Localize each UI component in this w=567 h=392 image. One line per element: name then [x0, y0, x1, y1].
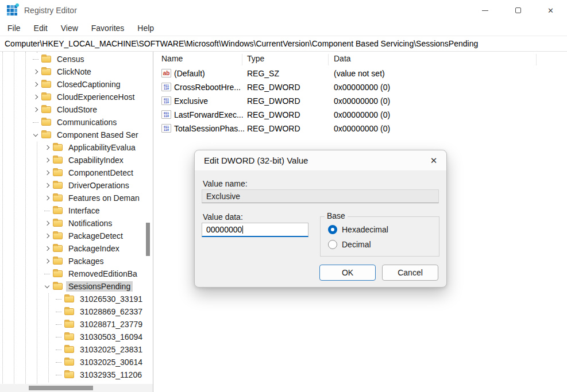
column-header-name[interactable]: Name: [161, 54, 183, 63]
folder-icon: [64, 321, 74, 328]
tree-item-label: Features on Deman: [66, 193, 142, 203]
tree-item-label: RemovedEditionBa: [66, 269, 140, 279]
column-divider[interactable]: [328, 54, 329, 65]
tree-connector: [53, 368, 64, 381]
tree-item-clicknote[interactable]: ClickNote: [0, 65, 153, 78]
menu-item-help[interactable]: Help: [136, 22, 156, 34]
chevron-right-icon[interactable]: [30, 91, 41, 103]
ok-button[interactable]: OK: [319, 265, 376, 281]
tree-item-label: 31032025_23831: [78, 344, 145, 355]
tree-item-features-on-deman[interactable]: Features on Deman: [0, 192, 153, 204]
chevron-right-icon[interactable]: [41, 166, 53, 179]
column-divider[interactable]: [536, 54, 537, 65]
menu-item-favorites[interactable]: Favorites: [90, 22, 126, 34]
menu-item-edit[interactable]: Edit: [32, 22, 49, 34]
registry-editor-window: Registry Editor ✕ FileEditViewFavoritesH…: [0, 0, 567, 392]
tree-item-31032935-11206[interactable]: 31032935_11206: [0, 368, 153, 381]
tree-horizontal-scrollbar-thumb[interactable]: [29, 386, 93, 390]
window-controls: ✕: [469, 0, 567, 21]
tree-item-driveroperations[interactable]: DriverOperations: [0, 179, 153, 192]
tree-item-cloudstore[interactable]: CloudStore: [0, 103, 153, 116]
menu-item-view[interactable]: View: [59, 22, 80, 34]
value-data: 0x00000000 (0): [334, 124, 390, 133]
chevron-right-icon[interactable]: [41, 179, 53, 192]
radio-hexadecimal[interactable]: Hexadecimal: [328, 225, 388, 234]
tree-item-componentdetect[interactable]: ComponentDetect: [0, 166, 153, 179]
tree-item-applicabilityevalua[interactable]: ApplicabilityEvalua: [0, 141, 153, 154]
tree-item-label: PackageIndex: [66, 243, 122, 254]
tree-item-31032025-23831[interactable]: 31032025_23831: [0, 343, 153, 356]
maximize-button[interactable]: [502, 0, 534, 21]
close-button[interactable]: ✕: [534, 0, 567, 21]
tree-item-removededitionba[interactable]: RemovedEditionBa: [0, 267, 153, 280]
chevron-right-icon[interactable]: [30, 103, 41, 116]
radio-decimal[interactable]: Decimal: [328, 240, 371, 249]
tree-item-31032025-30614[interactable]: 31032025_30614: [0, 356, 153, 368]
chevron-right-icon[interactable]: [41, 230, 53, 242]
radio-unselected-icon[interactable]: [328, 240, 337, 249]
chevron-right-icon[interactable]: [41, 154, 53, 166]
chevron-right-icon[interactable]: [41, 255, 53, 267]
tree-item-label: Component Based Ser: [55, 130, 141, 140]
tree-item-31026530-33191[interactable]: 31026530_33191: [0, 293, 153, 305]
folder-icon: [64, 359, 74, 366]
folder-icon: [41, 56, 51, 63]
tree-item-31030503-16094[interactable]: 31030503_16094: [0, 331, 153, 343]
tree-item-closedcaptioning[interactable]: ClosedCaptioning: [0, 78, 153, 91]
value-row[interactable]: 011110TotalSessionPhas...REG_DWORD0x0000…: [154, 122, 567, 136]
tree-connector: [53, 343, 64, 356]
tree-panel: CensusClickNoteClosedCaptioningCloudExpe…: [0, 52, 153, 392]
base-group-box: [320, 216, 439, 257]
chevron-down-icon[interactable]: [41, 280, 53, 293]
chevron-right-icon[interactable]: [41, 217, 53, 230]
tree-horizontal-scrollbar[interactable]: [0, 384, 153, 392]
dword-value-icon: 011110: [161, 110, 171, 119]
tree-item-component-based-ser[interactable]: Component Based Ser: [0, 129, 153, 141]
value-data-input[interactable]: 00000000: [202, 223, 308, 237]
column-divider[interactable]: [242, 54, 242, 65]
tree-vertical-scrollbar[interactable]: [146, 223, 150, 256]
tree-item-label: Communications: [55, 117, 119, 127]
value-row[interactable]: ab(Default)REG_SZ(value not set): [154, 67, 567, 81]
tree-item-31028869-62337[interactable]: 31028869_62337: [0, 305, 153, 318]
value-row[interactable]: 011110CrossRebootHre...REG_DWORD0x000000…: [154, 81, 567, 95]
value-name: CrossRebootHre...: [174, 83, 241, 92]
minimize-button[interactable]: [469, 0, 502, 21]
menu-item-file[interactable]: File: [6, 22, 22, 34]
folder-icon: [41, 131, 51, 138]
chevron-right-icon[interactable]: [41, 192, 53, 204]
tree-connector: [41, 267, 53, 280]
cancel-button[interactable]: Cancel: [382, 265, 438, 281]
chevron-right-icon[interactable]: [41, 242, 53, 255]
tree-item-sessionspending[interactable]: SessionsPending: [0, 280, 153, 293]
value-row[interactable]: 011110LastForwardExec...REG_DWORD0x00000…: [154, 108, 567, 122]
tree-item-notifications[interactable]: Notifications: [0, 217, 153, 230]
tree-item-communications[interactable]: Communications: [0, 116, 153, 129]
tree-item-cloudexperiencehost[interactable]: CloudExperienceHost: [0, 91, 153, 103]
chevron-down-icon[interactable]: [30, 129, 41, 141]
column-header-type[interactable]: Type: [247, 54, 264, 63]
chevron-right-icon[interactable]: [41, 141, 53, 154]
tree-item-interface[interactable]: Interface: [0, 204, 153, 217]
tree-item-label: CloudExperienceHost: [55, 92, 137, 102]
dialog-close-button[interactable]: ✕: [429, 156, 439, 166]
radio-selected-icon[interactable]: [328, 225, 337, 234]
tree-item-packagedetect[interactable]: PackageDetect: [0, 230, 153, 242]
registry-grid-icon: [7, 5, 17, 15]
chevron-right-icon[interactable]: [30, 78, 41, 91]
tree-item-packages[interactable]: Packages: [0, 255, 153, 267]
tree-item-packageindex[interactable]: PackageIndex: [0, 242, 153, 255]
value-data: 0x00000000 (0): [334, 110, 390, 119]
radio-label: Decimal: [342, 240, 371, 249]
tree-item-capabilityindex[interactable]: CapabilityIndex: [0, 154, 153, 166]
tree-item-label: CloudStore: [55, 104, 99, 115]
chevron-right-icon[interactable]: [30, 65, 41, 78]
tree-item-census[interactable]: Census: [0, 53, 153, 65]
tree-item-31028871-23779[interactable]: 31028871_23779: [0, 318, 153, 331]
tree-item-label: Notifications: [66, 218, 114, 228]
column-header-data[interactable]: Data: [334, 54, 351, 63]
value-type: REG_DWORD: [247, 124, 300, 133]
value-row[interactable]: 011110ExclusiveREG_DWORD0x00000000 (0): [154, 95, 567, 108]
folder-icon: [64, 346, 74, 353]
address-bar[interactable]: Computer\HKEY_LOCAL_MACHINE\SOFTWARE\Mic…: [0, 36, 567, 52]
